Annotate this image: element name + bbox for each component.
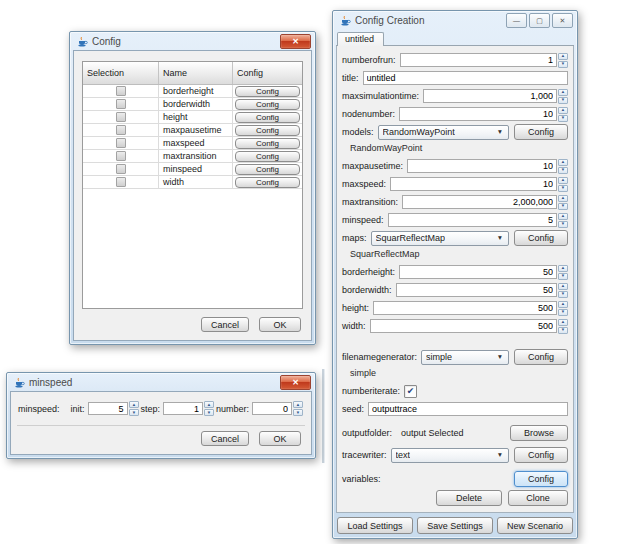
- delete-button[interactable]: Delete: [436, 490, 502, 506]
- spinner-down-button[interactable]: ▼: [558, 291, 568, 298]
- selection-checkbox[interactable]: [116, 112, 126, 122]
- row-config-button[interactable]: Config: [235, 99, 300, 110]
- width-input[interactable]: [370, 319, 557, 333]
- step-input[interactable]: [163, 402, 203, 415]
- spinner-up-button[interactable]: ▲: [558, 177, 568, 184]
- variables-config-button[interactable]: Config: [514, 471, 568, 487]
- spinner-up-button[interactable]: ▲: [204, 401, 214, 408]
- spinner-down-button[interactable]: ▼: [204, 409, 214, 416]
- dialog-button-row: Cancel OK: [74, 309, 311, 340]
- models-config-button[interactable]: Config: [514, 124, 568, 140]
- maxtransition-input[interactable]: [402, 195, 557, 209]
- spinner-up-icon: ▲: [561, 108, 565, 112]
- row-config-button[interactable]: Config: [235, 164, 300, 175]
- spinner-up-button[interactable]: ▲: [558, 301, 568, 308]
- column-header-config[interactable]: Config: [233, 62, 302, 84]
- browse-button[interactable]: Browse: [510, 425, 568, 441]
- table-row: height Config: [83, 111, 302, 124]
- seed-input[interactable]: [368, 402, 568, 416]
- spinner-down-button[interactable]: ▼: [558, 115, 568, 122]
- field-row-models: models: RandomWayPoint ▼ Config: [342, 125, 568, 139]
- spinner-down-button[interactable]: ▼: [558, 97, 568, 104]
- row-config-button[interactable]: Config: [235, 138, 300, 149]
- spinner-up-button[interactable]: ▲: [558, 53, 568, 60]
- spinner-down-button[interactable]: ▼: [558, 309, 568, 316]
- spinner-up-button[interactable]: ▲: [558, 89, 568, 96]
- selection-checkbox[interactable]: [116, 125, 126, 135]
- row-config-button[interactable]: Config: [235, 86, 300, 97]
- load-settings-button[interactable]: Load Settings: [337, 517, 413, 534]
- column-header-name[interactable]: Name: [159, 62, 233, 84]
- row-config-button[interactable]: Config: [235, 151, 300, 162]
- spinner-down-button[interactable]: ▼: [558, 167, 568, 174]
- selection-checkbox[interactable]: [116, 86, 126, 96]
- filenamegenerator-config-button[interactable]: Config: [514, 349, 568, 365]
- spinner-up-button[interactable]: ▲: [558, 319, 568, 326]
- spinner-down-button[interactable]: ▼: [558, 203, 568, 210]
- spinner-down-button[interactable]: ▼: [558, 61, 568, 68]
- config-creation-titlebar[interactable]: Config Creation — ▢ ✕: [336, 11, 574, 29]
- spinner-up-button[interactable]: ▲: [558, 107, 568, 114]
- spinner-up-button[interactable]: ▲: [558, 265, 568, 272]
- cancel-button[interactable]: Cancel: [201, 431, 249, 446]
- init-input[interactable]: [88, 402, 128, 415]
- selection-checkbox[interactable]: [116, 177, 126, 187]
- tab-untitled[interactable]: untitled: [337, 32, 384, 46]
- spinner-down-button[interactable]: ▼: [558, 185, 568, 192]
- borderheight-input[interactable]: [399, 265, 557, 279]
- spinner-down-button[interactable]: ▼: [129, 409, 139, 416]
- selection-checkbox[interactable]: [116, 138, 126, 148]
- spinner-down-button[interactable]: ▼: [558, 327, 568, 334]
- ok-button[interactable]: OK: [259, 431, 301, 446]
- height-input[interactable]: [373, 301, 557, 315]
- row-config-button[interactable]: Config: [235, 125, 300, 136]
- numberiterate-checkbox[interactable]: ✔: [404, 385, 417, 398]
- minspeed-dialog-body: minspeed: init: ▲ ▼ step: ▲ ▼ number: ▲ …: [10, 391, 312, 455]
- maxtransition-label: maxtransition:: [342, 197, 398, 207]
- spinner-up-button[interactable]: ▲: [558, 213, 568, 220]
- nodenumber-input[interactable]: [399, 107, 557, 121]
- row-config-button[interactable]: Config: [235, 112, 300, 123]
- spinner-up-button[interactable]: ▲: [293, 401, 303, 408]
- field-row-nodenumber: nodenumber: ▲ ▼: [342, 107, 568, 121]
- close-button[interactable]: ✕: [552, 13, 573, 28]
- maxsimulationtime-input[interactable]: [423, 89, 557, 103]
- config-dialog-titlebar[interactable]: Config ✕: [73, 32, 312, 50]
- borderwidth-input[interactable]: [396, 283, 557, 297]
- maps-config-button[interactable]: Config: [514, 230, 568, 246]
- column-header-selection[interactable]: Selection: [83, 62, 159, 84]
- field-row-title: title:: [342, 71, 568, 85]
- maximize-button[interactable]: ▢: [529, 13, 550, 28]
- selection-checkbox[interactable]: [116, 99, 126, 109]
- numberofrun-input[interactable]: [400, 53, 557, 67]
- tracewriter-config-button[interactable]: Config: [514, 447, 568, 463]
- spinner-up-button[interactable]: ▲: [129, 401, 139, 408]
- models-combobox[interactable]: RandomWayPoint ▼: [378, 125, 509, 140]
- spinner-up-button[interactable]: ▲: [558, 195, 568, 202]
- spinner-down-button[interactable]: ▼: [558, 221, 568, 228]
- spinner-up-button[interactable]: ▲: [558, 159, 568, 166]
- row-config-button[interactable]: Config: [235, 177, 300, 188]
- minspeed-dialog-titlebar[interactable]: minspeed ✕: [10, 373, 312, 391]
- selection-checkbox[interactable]: [116, 151, 126, 161]
- save-settings-button[interactable]: Save Settings: [417, 517, 493, 534]
- filenamegenerator-combobox[interactable]: simple ▼: [421, 350, 509, 365]
- clone-button[interactable]: Clone: [508, 490, 568, 506]
- cancel-button[interactable]: Cancel: [201, 317, 249, 332]
- selection-checkbox[interactable]: [116, 164, 126, 174]
- tracewriter-combobox[interactable]: text ▼: [391, 448, 509, 463]
- number-input[interactable]: [252, 402, 292, 415]
- spinner-up-button[interactable]: ▲: [558, 283, 568, 290]
- new-scenario-button[interactable]: New Scenario: [497, 517, 573, 534]
- maps-combobox[interactable]: SquarReflectMap ▼: [371, 231, 509, 246]
- title-input[interactable]: [363, 71, 568, 85]
- spinner-down-button[interactable]: ▼: [293, 409, 303, 416]
- close-button[interactable]: ✕: [280, 34, 311, 49]
- spinner-down-button[interactable]: ▼: [558, 273, 568, 280]
- maxspeed-input[interactable]: [390, 177, 557, 191]
- ok-button[interactable]: OK: [259, 317, 301, 332]
- minimize-button[interactable]: —: [506, 13, 527, 28]
- close-button[interactable]: ✕: [280, 375, 311, 390]
- maxpausetime-input[interactable]: [407, 159, 557, 173]
- minspeed-input[interactable]: [388, 213, 557, 227]
